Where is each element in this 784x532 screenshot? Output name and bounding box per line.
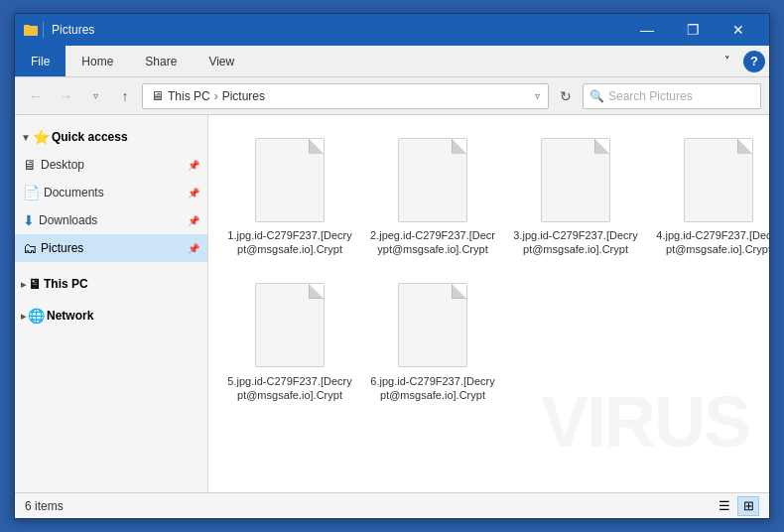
menu-bar: File Home Share View ˅ ? <box>15 46 769 77</box>
file-item[interactable]: 2.jpeg.id-C279F237.[Decrypt@msgsafe.io].… <box>363 127 502 265</box>
file-name: 5.jpg.id-C279F237.[Decrypt@msgsafe.io].C… <box>225 374 354 403</box>
back-button[interactable]: ← <box>23 83 49 109</box>
pictures-pin-icon: 📌 <box>188 243 199 254</box>
file-name: 3.jpg.id-C279F237.[Decrypt@msgsafe.io].C… <box>511 228 640 257</box>
file-icon-wrapper <box>679 135 758 224</box>
file-icon-wrapper <box>250 281 329 370</box>
item-count: 6 items <box>25 499 64 513</box>
search-placeholder: Search Pictures <box>608 89 754 103</box>
file-item[interactable]: 6.jpg.id-C279F237.[Decrypt@msgsafe.io].C… <box>363 273 502 411</box>
thispc-chevron: ▸ <box>21 279 26 290</box>
quick-access-header[interactable]: ▼ ⭐ Quick access <box>15 123 207 151</box>
quick-access-chevron: ▼ <box>21 132 31 143</box>
search-box[interactable]: 🔍 Search Pictures <box>583 83 761 109</box>
thispc-header[interactable]: ▸ 🖥 This PC <box>15 270 207 298</box>
file-icon-wrapper <box>393 135 472 224</box>
documents-pin-icon: 📌 <box>188 188 199 199</box>
file-name: 6.jpg.id-C279F237.[Decrypt@msgsafe.io].C… <box>368 374 497 403</box>
file-icon-wrapper <box>250 135 329 224</box>
sidebar-thispc-label: This PC <box>44 277 88 291</box>
network-header[interactable]: ▸ 🌐 Network <box>15 302 207 330</box>
menu-file[interactable]: File <box>15 46 65 76</box>
file-item[interactable]: 1.jpg.id-C279F237.[Decrypt@msgsafe.io].C… <box>220 127 359 265</box>
file-name: 2.jpeg.id-C279F237.[Decrypt@msgsafe.io].… <box>368 228 497 257</box>
desktop-pin-icon: 📌 <box>188 160 199 171</box>
network-chevron: ▸ <box>21 311 26 322</box>
refresh-button[interactable]: ↻ <box>553 83 579 109</box>
path-sep-1: › <box>214 89 218 103</box>
sidebar-item-downloads[interactable]: ⬇ Downloads 📌 <box>15 206 207 234</box>
file-doc-icon <box>255 138 325 222</box>
title-bar: Pictures — ❐ ✕ <box>15 14 769 46</box>
grid-view-button[interactable]: ⊞ <box>737 496 759 516</box>
window-title: Pictures <box>52 23 624 37</box>
file-icon-wrapper <box>536 135 615 224</box>
star-icon: ⭐ <box>33 129 50 145</box>
forward-button[interactable]: → <box>53 83 78 109</box>
desktop-icon: 🖥 <box>23 157 37 173</box>
title-bar-icons <box>23 22 44 38</box>
up-history-button[interactable]: ▿ <box>82 83 108 109</box>
view-buttons: ☰ ⊞ <box>714 496 759 516</box>
list-view-button[interactable]: ☰ <box>714 496 735 516</box>
sidebar-documents-label: Documents <box>44 186 184 200</box>
sidebar-network-label: Network <box>47 309 93 323</box>
sidebar: ▼ ⭐ Quick access 🖥 Desktop 📌 📄 Documents… <box>15 115 208 492</box>
quick-access-label: Quick access <box>52 130 128 144</box>
sidebar-item-desktop[interactable]: 🖥 Desktop 📌 <box>15 151 207 179</box>
main-content: ▼ ⭐ Quick access 🖥 Desktop 📌 📄 Documents… <box>15 115 769 492</box>
address-path[interactable]: 🖥 This PC › Pictures ▿ <box>142 83 549 109</box>
file-doc-icon <box>541 138 610 222</box>
downloads-pin-icon: 📌 <box>188 215 199 226</box>
file-item[interactable]: 3.jpg.id-C279F237.[Decrypt@msgsafe.io].C… <box>506 127 645 265</box>
svg-rect-0 <box>24 26 38 36</box>
close-button[interactable]: ✕ <box>716 14 761 46</box>
file-area: 1.jpg.id-C279F237.[Decrypt@msgsafe.io].C… <box>208 115 769 492</box>
file-doc-icon <box>398 138 467 222</box>
status-bar: 6 items ☰ ⊞ <box>15 492 769 518</box>
thispc-icon: 🖥 <box>28 276 42 292</box>
file-item[interactable]: 4.jpg.id-C279F237.[Decrypt@msgsafe.io].C… <box>649 127 769 265</box>
path-pictures: Pictures <box>222 89 265 103</box>
sidebar-item-documents[interactable]: 📄 Documents 📌 <box>15 179 207 206</box>
menu-view[interactable]: View <box>193 46 250 76</box>
documents-icon: 📄 <box>23 185 40 200</box>
path-thispc: This PC <box>168 89 210 103</box>
file-doc-icon <box>255 283 325 367</box>
path-dropdown-icon[interactable]: ▿ <box>535 90 540 101</box>
computer-icon: 🖥 <box>151 88 164 103</box>
file-grid: 1.jpg.id-C279F237.[Decrypt@msgsafe.io].C… <box>220 127 757 410</box>
menu-share[interactable]: Share <box>129 46 193 76</box>
downloads-icon: ⬇ <box>23 212 35 228</box>
file-icon-wrapper <box>393 281 472 370</box>
svg-rect-1 <box>24 25 30 27</box>
ribbon-collapse-button[interactable]: ˅ <box>716 50 739 73</box>
file-name: 1.jpg.id-C279F237.[Decrypt@msgsafe.io].C… <box>225 228 354 257</box>
folder-icon <box>23 22 39 38</box>
explorer-window: Pictures — ❐ ✕ File Home Share View ˅ ? … <box>14 13 770 519</box>
pictures-icon: 🗂 <box>23 240 37 256</box>
minimize-button[interactable]: — <box>624 14 670 46</box>
sidebar-item-pictures[interactable]: 🗂 Pictures 📌 <box>15 234 207 262</box>
sidebar-downloads-label: Downloads <box>39 213 184 227</box>
file-doc-icon <box>684 138 753 222</box>
help-button[interactable]: ? <box>743 51 765 72</box>
sidebar-pictures-label: Pictures <box>41 241 184 255</box>
file-name: 4.jpg.id-C279F237.[Decrypt@msgsafe.io].C… <box>654 228 769 257</box>
file-doc-icon <box>398 283 467 367</box>
up-button[interactable]: ↑ <box>112 83 138 109</box>
maximize-button[interactable]: ❐ <box>670 14 716 46</box>
sidebar-desktop-label: Desktop <box>41 158 184 172</box>
search-icon: 🔍 <box>589 89 604 103</box>
menu-home[interactable]: Home <box>65 46 129 76</box>
file-item[interactable]: 5.jpg.id-C279F237.[Decrypt@msgsafe.io].C… <box>220 273 359 411</box>
title-bar-controls: — ❐ ✕ <box>624 14 761 46</box>
network-icon: 🌐 <box>28 308 45 324</box>
address-bar: ← → ▿ ↑ 🖥 This PC › Pictures ▿ ↻ 🔍 Searc… <box>15 77 769 115</box>
